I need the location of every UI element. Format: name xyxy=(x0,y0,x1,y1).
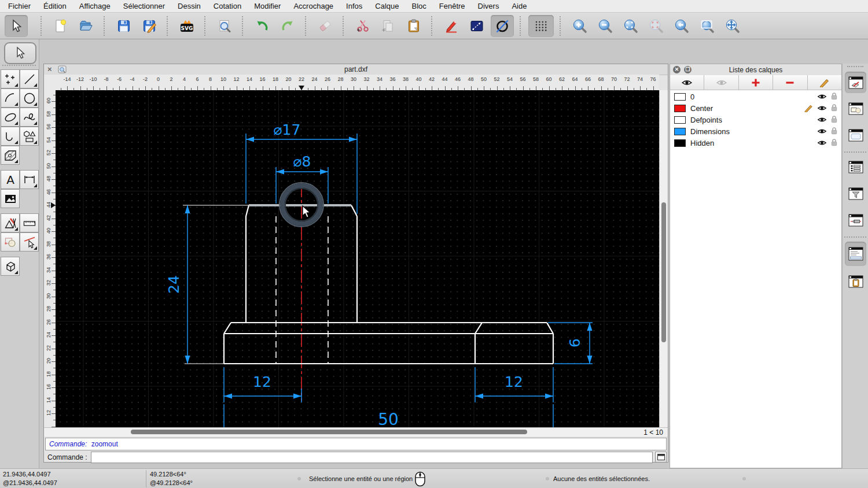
drawing-canvas[interactable]: ⌀17 ⌀8 24 6 12 12 50 xyxy=(56,90,659,427)
selection-pointer-button[interactable] xyxy=(4,42,36,64)
arc-tool-button[interactable] xyxy=(1,88,20,108)
order-tool-button[interactable] xyxy=(1,232,20,252)
layer-visible-icon[interactable] xyxy=(817,105,827,112)
vertical-scrollbar[interactable] xyxy=(659,90,668,427)
menu-affichage[interactable]: Affichage xyxy=(79,2,111,10)
paste-button[interactable] xyxy=(402,15,425,37)
modify-tool-button[interactable] xyxy=(1,213,20,232)
svg-export-icon: SVG xyxy=(179,19,195,34)
zoom-previous-button[interactable] xyxy=(645,15,668,37)
layer-row-dimensions[interactable]: Dimensions xyxy=(670,125,841,137)
text-tool-button[interactable]: A xyxy=(1,170,20,189)
open-file-button[interactable] xyxy=(75,15,98,37)
menu-cotation[interactable]: Cotation xyxy=(214,2,241,10)
ellipse-tool-button[interactable] xyxy=(1,108,20,127)
hide-all-layers-button[interactable] xyxy=(704,75,738,90)
menu-modifier[interactable]: Modifier xyxy=(254,2,281,10)
redo-button[interactable] xyxy=(276,15,299,37)
zoom-window-button[interactable] xyxy=(696,15,719,37)
print-preview-button[interactable] xyxy=(213,15,236,37)
layer-visible-icon[interactable] xyxy=(817,93,827,100)
remove-layer-button[interactable] xyxy=(773,75,807,90)
layer-lock-icon[interactable] xyxy=(830,92,838,101)
points-tool-button[interactable] xyxy=(1,69,20,88)
layer-visible-icon[interactable] xyxy=(817,116,827,123)
circle-tool-button[interactable] xyxy=(491,15,514,37)
zoom-pan-button[interactable] xyxy=(721,15,744,37)
show-all-layers-button[interactable] xyxy=(670,75,704,90)
layer-row-defpoints[interactable]: Defpoints xyxy=(670,114,841,125)
draw-attributes-button[interactable] xyxy=(440,15,463,37)
menu-fichier[interactable]: Fichier xyxy=(8,2,31,10)
menu-selectionner[interactable]: Sélectionner xyxy=(123,2,165,10)
menu-accrochage[interactable]: Accrochage xyxy=(293,2,333,10)
zoom-out-button[interactable] xyxy=(594,15,617,37)
layer-row-hidden[interactable]: Hidden xyxy=(670,137,841,149)
menu-dessin[interactable]: Dessin xyxy=(178,2,201,10)
clipboard-panel-toggle-button[interactable] xyxy=(845,271,866,292)
menu-infos[interactable]: Infos xyxy=(346,2,362,10)
menu-fenetre[interactable]: Fenêtre xyxy=(439,2,465,10)
line-tool-button[interactable] xyxy=(465,15,488,37)
coordinates-polar: 49.2128<64° @49.2128<64° xyxy=(150,470,193,487)
entity-list-toggle-button[interactable] xyxy=(845,156,866,178)
layer-row-0[interactable]: 0 xyxy=(670,91,841,102)
delete-button[interactable] xyxy=(314,15,337,37)
polyline-tool-button[interactable] xyxy=(1,127,20,146)
line-tool-button[interactable] xyxy=(20,69,39,88)
menu-divers[interactable]: Divers xyxy=(478,2,499,10)
shapes-tool-button[interactable] xyxy=(20,127,39,146)
grid-toggle-button[interactable] xyxy=(528,15,554,37)
layer-row-center[interactable]: Center xyxy=(670,102,841,114)
zoom-back-button[interactable] xyxy=(670,15,693,37)
add-layer-button[interactable] xyxy=(739,75,773,90)
select-tool-button[interactable] xyxy=(5,15,28,37)
solid-3d-tool-button[interactable] xyxy=(1,257,20,276)
layers-panel-toggle-button[interactable] xyxy=(845,72,866,93)
measure-tool-button[interactable] xyxy=(20,213,39,232)
command-options-button[interactable] xyxy=(655,452,667,463)
vruler-label: 60 xyxy=(46,94,52,107)
menu-bloc[interactable]: Bloc xyxy=(411,2,426,10)
export-svg-button[interactable]: SVG xyxy=(175,15,198,37)
selection-filter-toggle-button[interactable] xyxy=(845,183,866,204)
library-browser-toggle-button[interactable] xyxy=(845,124,866,146)
new-document-button[interactable] xyxy=(49,15,72,37)
layer-lock-icon[interactable] xyxy=(830,115,838,124)
zoom-window-icon xyxy=(700,19,715,34)
pen-palette-toggle-button[interactable] xyxy=(845,209,866,231)
layer-visible-icon[interactable] xyxy=(817,139,827,146)
layer-visible-icon[interactable] xyxy=(817,128,827,135)
select-entity-tool-button[interactable] xyxy=(20,232,39,252)
zoom-auto-button[interactable] xyxy=(619,15,642,37)
menu-calque[interactable]: Calque xyxy=(375,2,399,10)
spline-tool-button[interactable] xyxy=(20,108,39,127)
horizontal-scrollbar[interactable]: 1 < 10 xyxy=(44,427,668,437)
vertical-scrollbar-thumb[interactable] xyxy=(661,202,666,342)
menu-edition[interactable]: Édition xyxy=(43,2,67,10)
copy-button[interactable] xyxy=(377,15,400,37)
command-line-toggle-button[interactable] xyxy=(845,242,866,266)
save-button[interactable] xyxy=(112,15,135,37)
layer-lock-icon[interactable] xyxy=(830,138,838,147)
save-as-floppy-pencil-icon xyxy=(142,19,157,34)
layer-lock-icon[interactable] xyxy=(830,127,838,135)
edit-layer-button[interactable] xyxy=(808,75,841,90)
horizontal-scrollbar-thumb[interactable] xyxy=(131,430,527,434)
cut-button[interactable] xyxy=(351,15,374,37)
command-input[interactable] xyxy=(91,452,653,463)
dim-height-6: 6 xyxy=(567,338,583,347)
blocks-panel-toggle-button[interactable] xyxy=(845,98,866,119)
command-row: Commande : xyxy=(45,452,667,463)
layer-lock-icon[interactable] xyxy=(830,103,838,112)
circle-tool-button[interactable] xyxy=(20,88,39,108)
image-tool-button[interactable] xyxy=(1,189,20,208)
save-as-button[interactable] xyxy=(138,15,161,37)
save-floppy-icon xyxy=(116,19,131,34)
zoom-in-button[interactable] xyxy=(568,15,591,37)
dimension-tool-button[interactable] xyxy=(20,170,39,189)
undo-button[interactable] xyxy=(251,15,274,37)
menu-aide[interactable]: Aide xyxy=(512,2,527,10)
hatch-tool-button[interactable] xyxy=(1,146,20,165)
polygon-shapes-icon xyxy=(23,130,36,143)
